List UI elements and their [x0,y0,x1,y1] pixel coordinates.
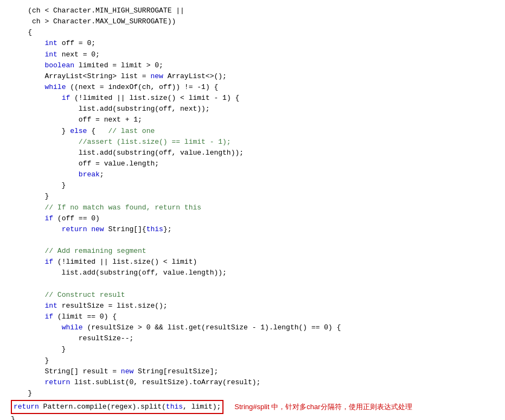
code-line: } [11,191,494,202]
code-line: } else { // last one [11,126,494,137]
code-line: resultSize--; [11,333,494,344]
code-line: } [11,344,494,355]
code-line: // Construct result [11,290,494,301]
code-line: return list.subList(0, resultSize).toArr… [11,377,494,388]
code-line: } [11,355,494,366]
code-line: ArrayList<String> list = new ArrayList<>… [11,71,494,82]
highlight-return: return Pattern.compile(regex).split(this… [14,402,221,412]
code-line: // If no match was found, return this [11,202,494,213]
code-line: list.add(substring(off, value.length)); [11,268,494,278]
code-line: if (!limited || list.size() < limit) [11,257,494,268]
code-line: int next = 0; [11,49,494,60]
code-line: while (resultSize > 0 && list.get(result… [11,322,494,333]
code-line: int off = 0; [11,38,494,49]
last-line-row: return Pattern.compile(regex).split(this… [11,400,494,414]
code-line [11,235,494,246]
code-line: off = next + 1; [11,114,494,125]
code-line: { [11,27,494,38]
code-line: } [11,388,494,399]
code-line: } [11,180,494,191]
annotation-text: String#split 中，针对多char分隔符，使用正则表达式处理 [234,402,412,412]
code-line: boolean limited = limit > 0; [11,60,494,71]
code-line: list.add(substring(off, next)); [11,104,494,114]
code-line: while ((next = indexOf(ch, off)) != -1) … [11,82,494,93]
code-line: (ch < Character.MIN_HIGH_SURROGATE || [11,5,494,16]
code-line: int resultSize = list.size(); [11,301,494,311]
code-line: break; [11,169,494,180]
code-line: // Add remaining segment [11,246,494,257]
code-line: if (limit == 0) { [11,311,494,322]
closing-brace: } [11,414,494,420]
code-line: if (off == 0) [11,213,494,224]
code-line: String[] result = new String[resultSize]… [11,366,494,377]
code-line: ch > Character.MAX_LOW_SURROGATE)) [11,16,494,27]
code-container: (ch < Character.MIN_HIGH_SURROGATE || ch… [0,0,505,420]
code-line: if (!limited || list.size() < limit - 1)… [11,93,494,104]
code-line: list.add(substring(off, value.length)); [11,148,494,158]
highlighted-code-line: return Pattern.compile(regex).split(this… [11,400,223,414]
code-line: return new String[]{this}; [11,224,494,235]
code-line: off = value.length; [11,158,494,169]
code-lines: (ch < Character.MIN_HIGH_SURROGATE || ch… [11,5,494,399]
code-line: //assert (list.size() == limit - 1); [11,137,494,148]
code-line [11,279,494,290]
